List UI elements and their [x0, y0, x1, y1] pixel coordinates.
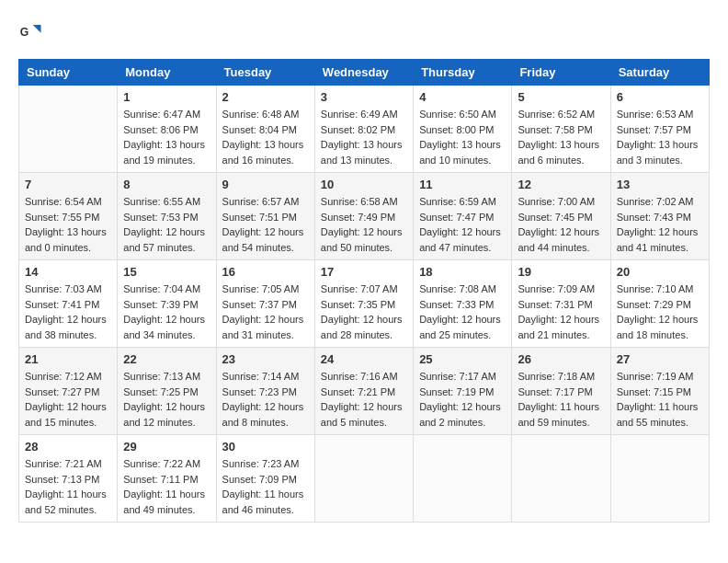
day-number: 25: [419, 352, 506, 366]
day-info: Sunrise: 6:47 AMSunset: 8:06 PMDaylight:…: [123, 107, 210, 167]
calendar-week-row: 1Sunrise: 6:47 AMSunset: 8:06 PMDaylight…: [19, 86, 710, 173]
calendar-cell: 30Sunrise: 7:23 AMSunset: 7:09 PMDayligh…: [216, 435, 314, 523]
day-number: 13: [617, 178, 703, 191]
day-info: Sunrise: 6:48 AMSunset: 8:04 PMDaylight:…: [222, 107, 309, 167]
day-number: 10: [321, 178, 407, 191]
column-header-wednesday: Wednesday: [314, 60, 413, 86]
calendar-cell: 12Sunrise: 7:00 AMSunset: 7:45 PMDayligh…: [512, 173, 610, 260]
day-number: 17: [321, 265, 407, 279]
calendar-cell: 19Sunrise: 7:09 AMSunset: 7:31 PMDayligh…: [512, 260, 610, 348]
calendar-cell: 2Sunrise: 6:48 AMSunset: 8:04 PMDaylight…: [216, 86, 314, 173]
day-number: 3: [321, 90, 407, 104]
day-number: 22: [123, 352, 210, 366]
calendar-cell: 15Sunrise: 7:04 AMSunset: 7:39 PMDayligh…: [118, 260, 216, 348]
day-number: 2: [222, 90, 309, 104]
day-number: 18: [419, 265, 506, 279]
day-info: Sunrise: 6:59 AMSunset: 7:47 PMDaylight:…: [419, 194, 506, 255]
day-number: 27: [617, 352, 703, 366]
day-info: Sunrise: 7:23 AMSunset: 7:09 PMDaylight:…: [222, 456, 309, 517]
day-number: 16: [222, 265, 309, 279]
calendar-cell: [512, 435, 610, 523]
day-info: Sunrise: 6:52 AMSunset: 7:58 PMDaylight:…: [518, 107, 604, 167]
calendar-cell: 7Sunrise: 6:54 AMSunset: 7:55 PMDaylight…: [19, 173, 118, 260]
day-info: Sunrise: 6:54 AMSunset: 7:55 PMDaylight:…: [25, 194, 111, 255]
day-number: 9: [222, 178, 309, 191]
calendar-week-row: 7Sunrise: 6:54 AMSunset: 7:55 PMDaylight…: [19, 173, 710, 260]
calendar-cell: 10Sunrise: 6:58 AMSunset: 7:49 PMDayligh…: [314, 173, 413, 260]
day-number: 28: [25, 440, 111, 454]
day-info: Sunrise: 7:05 AMSunset: 7:37 PMDaylight:…: [222, 282, 309, 342]
calendar-cell: 26Sunrise: 7:18 AMSunset: 7:17 PMDayligh…: [512, 348, 610, 435]
day-info: Sunrise: 7:13 AMSunset: 7:25 PMDaylight:…: [123, 369, 210, 430]
day-info: Sunrise: 7:19 AMSunset: 7:15 PMDaylight:…: [617, 369, 703, 430]
day-info: Sunrise: 7:14 AMSunset: 7:23 PMDaylight:…: [222, 369, 309, 430]
day-info: Sunrise: 7:07 AMSunset: 7:35 PMDaylight:…: [321, 282, 407, 342]
day-number: 19: [518, 265, 604, 279]
day-info: Sunrise: 7:10 AMSunset: 7:29 PMDaylight:…: [617, 282, 703, 342]
calendar-cell: 24Sunrise: 7:16 AMSunset: 7:21 PMDayligh…: [314, 348, 413, 435]
calendar: SundayMondayTuesdayWednesdayThursdayFrid…: [18, 59, 710, 523]
day-info: Sunrise: 6:53 AMSunset: 7:57 PMDaylight:…: [617, 107, 703, 167]
calendar-cell: 21Sunrise: 7:12 AMSunset: 7:27 PMDayligh…: [19, 348, 118, 435]
day-number: 6: [617, 90, 703, 104]
day-number: 7: [25, 178, 111, 191]
svg-marker-1: [33, 25, 41, 33]
calendar-header-row: SundayMondayTuesdayWednesdayThursdayFrid…: [19, 60, 710, 86]
calendar-cell: 8Sunrise: 6:55 AMSunset: 7:53 PMDaylight…: [118, 173, 216, 260]
day-info: Sunrise: 7:00 AMSunset: 7:45 PMDaylight:…: [518, 194, 604, 255]
day-number: 1: [123, 90, 210, 104]
calendar-cell: 18Sunrise: 7:08 AMSunset: 7:33 PMDayligh…: [414, 260, 512, 348]
day-number: 8: [123, 178, 210, 191]
calendar-cell: 27Sunrise: 7:19 AMSunset: 7:15 PMDayligh…: [610, 348, 709, 435]
calendar-cell: 29Sunrise: 7:22 AMSunset: 7:11 PMDayligh…: [118, 435, 216, 523]
day-info: Sunrise: 7:09 AMSunset: 7:31 PMDaylight:…: [518, 282, 604, 342]
day-info: Sunrise: 6:57 AMSunset: 7:51 PMDaylight:…: [222, 194, 309, 255]
calendar-cell: [610, 435, 709, 523]
day-info: Sunrise: 6:55 AMSunset: 7:53 PMDaylight:…: [123, 194, 210, 255]
svg-text:G: G: [20, 26, 29, 39]
day-info: Sunrise: 6:50 AMSunset: 8:00 PMDaylight:…: [419, 107, 506, 167]
day-number: 26: [518, 352, 604, 366]
calendar-cell: 1Sunrise: 6:47 AMSunset: 8:06 PMDaylight…: [118, 86, 216, 173]
day-number: 4: [419, 90, 506, 104]
day-info: Sunrise: 7:16 AMSunset: 7:21 PMDaylight:…: [321, 369, 407, 430]
logo-icon: G: [18, 18, 44, 44]
calendar-cell: 5Sunrise: 6:52 AMSunset: 7:58 PMDaylight…: [512, 86, 610, 173]
calendar-week-row: 21Sunrise: 7:12 AMSunset: 7:27 PMDayligh…: [19, 348, 710, 435]
day-number: 14: [25, 265, 111, 279]
calendar-cell: 20Sunrise: 7:10 AMSunset: 7:29 PMDayligh…: [610, 260, 709, 348]
day-info: Sunrise: 6:49 AMSunset: 8:02 PMDaylight:…: [321, 107, 407, 167]
column-header-thursday: Thursday: [414, 60, 512, 86]
calendar-cell: [414, 435, 512, 523]
calendar-cell: [19, 86, 118, 173]
day-number: 24: [321, 352, 407, 366]
calendar-week-row: 14Sunrise: 7:03 AMSunset: 7:41 PMDayligh…: [19, 260, 710, 348]
day-info: Sunrise: 7:02 AMSunset: 7:43 PMDaylight:…: [617, 194, 703, 255]
calendar-cell: 3Sunrise: 6:49 AMSunset: 8:02 PMDaylight…: [314, 86, 413, 173]
calendar-cell: 17Sunrise: 7:07 AMSunset: 7:35 PMDayligh…: [314, 260, 413, 348]
day-info: Sunrise: 7:08 AMSunset: 7:33 PMDaylight:…: [419, 282, 506, 342]
column-header-saturday: Saturday: [610, 60, 709, 86]
logo: G: [18, 18, 48, 44]
calendar-cell: 28Sunrise: 7:21 AMSunset: 7:13 PMDayligh…: [19, 435, 118, 523]
day-info: Sunrise: 7:04 AMSunset: 7:39 PMDaylight:…: [123, 282, 210, 342]
day-info: Sunrise: 7:21 AMSunset: 7:13 PMDaylight:…: [25, 456, 111, 517]
calendar-week-row: 28Sunrise: 7:21 AMSunset: 7:13 PMDayligh…: [19, 435, 710, 523]
calendar-cell: 6Sunrise: 6:53 AMSunset: 7:57 PMDaylight…: [610, 86, 709, 173]
day-info: Sunrise: 7:22 AMSunset: 7:11 PMDaylight:…: [123, 456, 210, 517]
day-number: 20: [617, 265, 703, 279]
day-number: 23: [222, 352, 309, 366]
calendar-cell: 4Sunrise: 6:50 AMSunset: 8:00 PMDaylight…: [414, 86, 512, 173]
column-header-friday: Friday: [512, 60, 610, 86]
day-number: 29: [123, 440, 210, 454]
calendar-cell: 9Sunrise: 6:57 AMSunset: 7:51 PMDaylight…: [216, 173, 314, 260]
calendar-cell: [314, 435, 413, 523]
calendar-cell: 25Sunrise: 7:17 AMSunset: 7:19 PMDayligh…: [414, 348, 512, 435]
day-number: 11: [419, 178, 506, 191]
day-number: 21: [25, 352, 111, 366]
page-header: G: [18, 18, 710, 44]
day-number: 5: [518, 90, 604, 104]
day-info: Sunrise: 7:03 AMSunset: 7:41 PMDaylight:…: [25, 282, 111, 342]
day-info: Sunrise: 6:58 AMSunset: 7:49 PMDaylight:…: [321, 194, 407, 255]
day-number: 30: [222, 440, 309, 454]
